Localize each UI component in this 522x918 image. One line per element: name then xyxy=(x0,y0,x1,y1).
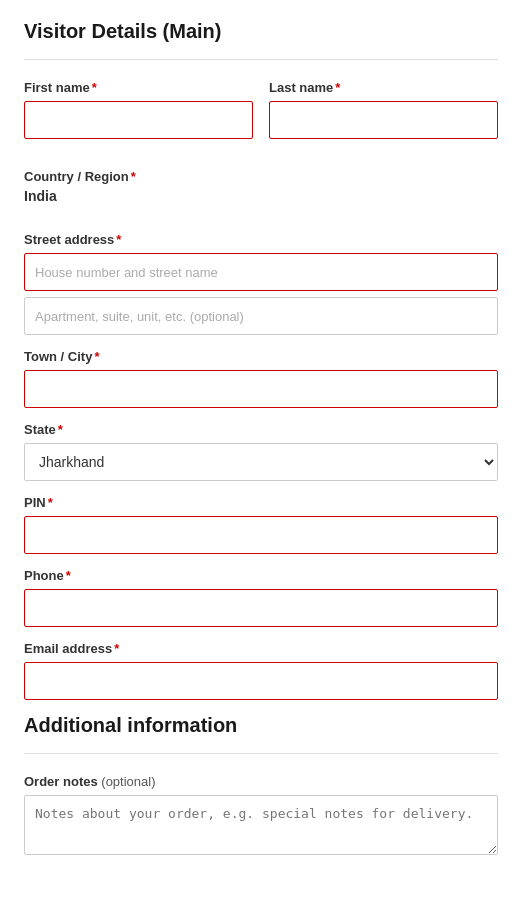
phone-label: Phone* xyxy=(24,568,498,583)
town-city-label: Town / City* xyxy=(24,349,498,364)
pin-required: * xyxy=(48,495,53,510)
first-name-input[interactable] xyxy=(24,101,253,139)
last-name-required: * xyxy=(335,80,340,95)
state-group: State* Jharkhand Maharashtra Delhi Karna… xyxy=(24,422,498,481)
first-name-required: * xyxy=(92,80,97,95)
state-select[interactable]: Jharkhand Maharashtra Delhi Karnataka Ta… xyxy=(24,443,498,481)
town-city-group: Town / City* xyxy=(24,349,498,408)
state-required: * xyxy=(58,422,63,437)
phone-required: * xyxy=(66,568,71,583)
first-name-group: First name* xyxy=(24,80,253,139)
name-row: First name* Last name* xyxy=(24,80,498,153)
country-group: Country / Region* India xyxy=(24,169,498,218)
email-input[interactable] xyxy=(24,662,498,700)
country-label: Country / Region* xyxy=(24,169,498,184)
street-address-label: Street address* xyxy=(24,232,498,247)
street-address-line1-input[interactable] xyxy=(24,253,498,291)
last-name-input[interactable] xyxy=(269,101,498,139)
additional-divider xyxy=(24,753,498,754)
pin-group: PIN* xyxy=(24,495,498,554)
last-name-group: Last name* xyxy=(269,80,498,139)
phone-input[interactable] xyxy=(24,589,498,627)
street-required: * xyxy=(116,232,121,247)
email-required: * xyxy=(114,641,119,656)
email-group: Email address* xyxy=(24,641,498,700)
pin-input[interactable] xyxy=(24,516,498,554)
state-label: State* xyxy=(24,422,498,437)
phone-group: Phone* xyxy=(24,568,498,627)
additional-info-title: Additional information xyxy=(24,714,498,737)
title-divider xyxy=(24,59,498,60)
pin-label: PIN* xyxy=(24,495,498,510)
order-notes-group: Order notes (optional) xyxy=(24,774,498,855)
country-value: India xyxy=(24,188,498,204)
last-name-label: Last name* xyxy=(269,80,498,95)
street-address-line2-input[interactable] xyxy=(24,297,498,335)
order-notes-label: Order notes (optional) xyxy=(24,774,498,789)
town-city-input[interactable] xyxy=(24,370,498,408)
email-label: Email address* xyxy=(24,641,498,656)
first-name-label: First name* xyxy=(24,80,253,95)
street-address-group: Street address* xyxy=(24,232,498,335)
order-notes-optional: (optional) xyxy=(101,774,155,789)
order-notes-textarea[interactable] xyxy=(24,795,498,855)
page-title: Visitor Details (Main) xyxy=(24,20,498,43)
country-required: * xyxy=(131,169,136,184)
town-required: * xyxy=(94,349,99,364)
